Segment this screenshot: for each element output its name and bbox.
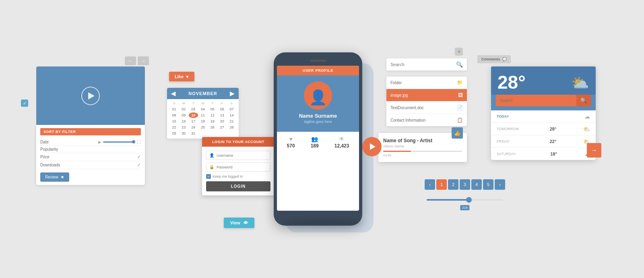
page-1-button[interactable]: 1	[436, 179, 447, 190]
login-button[interactable]: LOGIN	[206, 181, 270, 191]
cal-day[interactable]: 27	[217, 124, 227, 130]
cal-day[interactable]: 16	[179, 118, 188, 124]
forecast-saturday-temp: 18°	[550, 151, 557, 156]
profile-stats: ♥ 570 👥 189 👁 12,423	[277, 132, 359, 153]
cal-day[interactable]: 24	[189, 124, 198, 130]
checkbox-widget[interactable]: ✓	[21, 100, 28, 107]
music-progress-bar[interactable]	[383, 151, 462, 152]
file-manager: Folder 📁 image.jpg 🖼 TextDocument.doc 📄 …	[386, 77, 467, 126]
cal-day[interactable]: 22	[169, 124, 179, 130]
music-play-icon	[370, 143, 376, 150]
weather-search-button[interactable]: 🔍	[576, 95, 591, 106]
cal-day[interactable]: 06	[217, 106, 227, 112]
search-input[interactable]	[390, 62, 454, 67]
cal-day-today[interactable]: 10	[189, 112, 198, 118]
cal-day[interactable]: 11	[198, 112, 208, 118]
cal-day[interactable]: 01	[169, 106, 179, 112]
slider-thumb[interactable]	[466, 197, 472, 203]
cal-day[interactable]: 19	[208, 118, 217, 124]
close-button[interactable]: ✕	[455, 48, 463, 56]
doc-icon: 📄	[457, 105, 463, 110]
stat-views-value: 12,423	[334, 143, 349, 149]
cal-day[interactable]: 23	[179, 124, 188, 130]
calendar-widget: ◀ NOVEMBER ▶ SMTWTFS 01 02 03 04 05 06 0…	[167, 88, 239, 139]
cal-day[interactable]: 18	[198, 118, 208, 124]
expand-icon-2: ⛶	[137, 140, 141, 144]
cal-day[interactable]: 07	[227, 106, 236, 112]
filter-popularity-label: Popularity	[40, 147, 58, 151]
image-label: image.jpg	[390, 93, 408, 98]
page-next-button[interactable]: ›	[495, 179, 505, 190]
weather-search-input[interactable]	[496, 95, 576, 106]
cal-day[interactable]: 04	[198, 106, 208, 112]
profile-tagline: tagline goes here	[304, 120, 332, 124]
forecast-friday-label: FRIDAY	[497, 139, 523, 143]
forecast-row-today: TODAY ☁	[491, 110, 596, 123]
arrow-right-button[interactable]: →	[587, 143, 601, 158]
phone-shadow	[282, 220, 362, 227]
page-5-button[interactable]: 5	[483, 179, 493, 190]
password-input[interactable]	[217, 165, 267, 169]
video-play-button[interactable]	[81, 87, 100, 105]
cal-prev-button[interactable]: ◀	[171, 90, 176, 97]
file-row-contact[interactable]: Contact Information 📋	[386, 114, 467, 126]
cal-day[interactable]: 26	[208, 124, 217, 130]
file-row-folder[interactable]: Folder 📁	[386, 77, 467, 89]
cal-day[interactable]: 20	[217, 118, 227, 124]
forecast-saturday-label: SATURDAY	[497, 152, 523, 156]
mini-slider[interactable]	[103, 141, 135, 143]
music-progress-fill	[383, 151, 411, 152]
profile-body: 👤 Name Surname tagline goes here	[277, 75, 359, 132]
cal-next-button[interactable]: ▶	[230, 90, 235, 97]
search-icon[interactable]: 🔍	[456, 61, 463, 68]
cal-day[interactable]: 14	[227, 112, 236, 118]
page-prev-button[interactable]: ‹	[425, 179, 435, 190]
cal-day[interactable]: 03	[189, 106, 198, 112]
doc-label: TextDocument.doc	[390, 106, 424, 110]
music-time: 03:66	[383, 154, 462, 157]
stat-followers-value: 189	[311, 143, 319, 149]
filter-panel: SORT BY FILTER Date ▶ ⛶ Popularity Price…	[36, 125, 145, 185]
cal-day[interactable]: 29	[169, 131, 179, 136]
keep-logged-checkbox[interactable]: ✓	[206, 174, 211, 179]
page-3-button[interactable]: 3	[460, 179, 470, 190]
comments-button[interactable]: Comments 💬	[477, 55, 511, 63]
music-play-button[interactable]	[362, 137, 382, 156]
cal-day[interactable]: 02	[179, 106, 188, 112]
cal-day[interactable]: 30	[179, 131, 188, 136]
forecast-row-saturday: SATURDAY 18° ☁	[491, 148, 596, 160]
cal-day[interactable]: 31	[189, 131, 198, 136]
cal-day[interactable]: 12	[208, 112, 217, 118]
forecast-tomorrow-icon: ⛅	[583, 126, 590, 132]
search-widget: 🔍	[386, 58, 467, 71]
forecast-row-friday: FRIDAY 22° ⛅	[491, 135, 596, 148]
cal-day[interactable]: 13	[217, 112, 227, 118]
review-button[interactable]: Review ★	[40, 172, 69, 182]
cal-day[interactable]: 28	[227, 124, 236, 130]
lock-icon: 🔒	[209, 165, 214, 169]
music-like-button[interactable]: 👍	[452, 127, 463, 139]
cal-day[interactable]: 08	[169, 112, 179, 118]
forward-button[interactable]: →	[138, 56, 149, 65]
cal-grid: 01 02 03 04 05 06 07 08 09 10 11 12 13 1…	[169, 106, 236, 136]
back-button[interactable]: ←	[125, 56, 136, 65]
filter-date-label: Date	[40, 140, 49, 144]
cal-day[interactable]: 21	[227, 118, 236, 124]
cal-day[interactable]: 09	[179, 112, 188, 118]
cal-day[interactable]: 17	[189, 118, 198, 124]
weather-cloud-icon: ⛅	[571, 75, 589, 91]
page-4-button[interactable]: 4	[471, 179, 482, 190]
price-check-icon: ✓	[137, 154, 141, 160]
file-row-image[interactable]: image.jpg 🖼	[386, 89, 467, 102]
cal-day[interactable]: 05	[208, 106, 217, 112]
cal-days-header: SMTWTFS	[169, 102, 236, 105]
like-button[interactable]: Like ♥	[169, 72, 194, 81]
image-icon: 🖼	[458, 92, 463, 98]
cal-day[interactable]: 25	[198, 124, 208, 130]
view-button[interactable]: View 👁	[224, 218, 254, 228]
cal-day[interactable]: 15	[169, 118, 179, 124]
file-row-doc[interactable]: TextDocument.doc 📄	[386, 102, 467, 114]
people-stat-icon: 👥	[311, 136, 319, 142]
page-2-button[interactable]: 2	[448, 179, 458, 190]
username-input[interactable]	[217, 154, 267, 158]
